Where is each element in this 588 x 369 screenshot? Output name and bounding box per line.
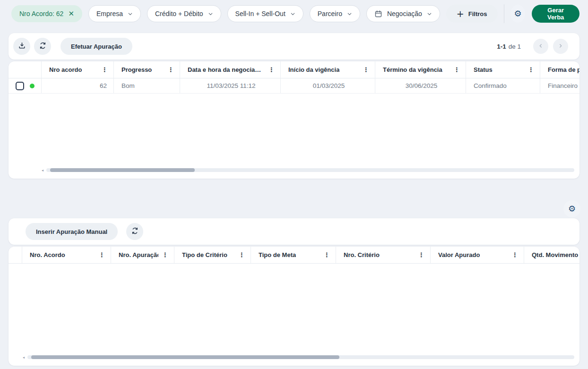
leading-spacer-cell xyxy=(9,247,22,263)
column-header-forma-pagamento[interactable]: Forma de p xyxy=(540,61,579,78)
pagination-range: 1-1 xyxy=(497,43,506,50)
agreements-grid: Nro acordo ⋮ Progresso ⋮ Data e hora da … xyxy=(9,61,579,179)
cell-data-hora: 11/03/2025 11:12 xyxy=(180,78,281,93)
column-header-tipo-meta[interactable]: Tipo de Meta ⋮ xyxy=(251,247,336,263)
column-header-nro-criterio[interactable]: Nro. Critério ⋮ xyxy=(336,247,431,263)
dropdown-label: Crédito + Débito xyxy=(155,10,203,17)
scrollbar-thumb[interactable] xyxy=(31,355,339,359)
scrollbar-track[interactable] xyxy=(46,168,574,172)
filter-dropdown-empresa[interactable]: Empresa xyxy=(88,5,141,22)
column-menu-icon[interactable]: ⋮ xyxy=(415,252,424,258)
apuracoes-settings-row: ⚙ xyxy=(0,200,580,217)
filter-dropdown-parceiro[interactable]: Parceiro xyxy=(310,5,360,22)
column-header-nro-apuracao[interactable]: Nro. Apuração ⋮ xyxy=(111,247,174,263)
scrollbar-track[interactable] xyxy=(27,355,574,359)
chevron-down-icon xyxy=(128,11,133,17)
chevron-left-icon xyxy=(538,43,544,50)
column-menu-icon[interactable]: ⋮ xyxy=(235,252,245,258)
column-header-qtd-movimento[interactable]: Qtd. Movimento xyxy=(524,247,579,263)
horizontal-scrollbar: ◂ xyxy=(9,167,574,173)
pagination-of: de 1 xyxy=(509,43,521,50)
vertical-divider xyxy=(504,4,504,23)
column-header-valor-apurado[interactable]: Valor Apurado ⋮ xyxy=(431,247,524,263)
next-page-button[interactable] xyxy=(553,39,568,54)
chevron-right-icon xyxy=(558,43,563,50)
column-menu-icon[interactable]: ⋮ xyxy=(164,67,174,73)
filter-dropdown-negociacao[interactable]: Negociação xyxy=(366,5,440,22)
column-header-status[interactable]: Status ⋮ xyxy=(466,61,540,78)
gerar-verba-button[interactable]: Gerar Verba xyxy=(532,5,579,23)
download-button[interactable] xyxy=(13,38,30,55)
filter-dropdown-sellin-sellout[interactable]: Sell-In + Sell-Out xyxy=(227,5,303,22)
scrollbar-thumb[interactable] xyxy=(50,168,195,172)
refresh-button[interactable] xyxy=(126,223,143,240)
column-header-data-hora[interactable]: Data e hora da negocia… ⋮ xyxy=(180,61,281,78)
filter-bar: Nro Acordo: 62 ✕ Empresa Crédito + Débit… xyxy=(0,0,588,27)
column-header-inicio-vigencia[interactable]: Início da vigência ⋮ xyxy=(281,61,375,78)
column-header-termino-vigencia[interactable]: Término da vigência ⋮ xyxy=(375,61,466,78)
gear-icon: ⚙ xyxy=(568,205,576,213)
horizontal-scrollbar: ◂ xyxy=(9,354,574,360)
column-header-nro-acordo[interactable]: Nro acordo ⋮ xyxy=(42,61,114,78)
refresh-icon xyxy=(131,227,139,236)
active-filter-chip-nro-acordo[interactable]: Nro Acordo: 62 ✕ xyxy=(11,5,82,22)
chevron-down-icon xyxy=(347,11,352,17)
inserir-apuracao-manual-button[interactable]: Inserir Apuração Manual xyxy=(26,223,118,240)
agreements-toolbar: Efetuar Apuração 1-1 de 1 xyxy=(9,33,579,60)
column-menu-icon[interactable]: ⋮ xyxy=(320,252,330,258)
add-filters-button[interactable]: + Filtros xyxy=(446,5,498,23)
cell-termino-vigencia: 30/06/2025 xyxy=(375,78,466,93)
refresh-icon xyxy=(39,42,47,51)
column-menu-icon[interactable]: ⋮ xyxy=(265,67,275,73)
cell-forma-pagamento: Financeiro xyxy=(540,78,579,93)
scroll-left-icon[interactable]: ◂ xyxy=(23,355,27,360)
agreements-header-row: Nro acordo ⋮ Progresso ⋮ Data e hora da … xyxy=(9,61,579,78)
chevron-down-icon xyxy=(427,11,432,17)
row-checkbox[interactable] xyxy=(16,82,24,90)
download-icon xyxy=(18,42,26,51)
status-dot xyxy=(30,84,35,88)
filter-bar-actions: + Filtros ⚙ Gerar Verba xyxy=(446,4,579,23)
cell-status: Confirmado xyxy=(466,78,540,93)
dropdown-label: Parceiro xyxy=(318,10,342,17)
dropdown-label: Sell-In + Sell-Out xyxy=(235,10,285,17)
grid-empty-space xyxy=(9,94,579,167)
plus-icon: + xyxy=(457,9,464,18)
select-all-header-cell xyxy=(9,61,42,78)
table-row[interactable]: 62 Bom 11/03/2025 11:12 01/03/2025 30/06… xyxy=(9,78,579,94)
refresh-button[interactable] xyxy=(34,38,51,55)
chevron-down-icon xyxy=(290,11,295,17)
cell-progresso: Bom xyxy=(114,78,180,93)
active-filter-label: Nro Acordo: 62 xyxy=(19,10,63,17)
column-menu-icon[interactable]: ⋮ xyxy=(95,252,105,258)
column-menu-icon[interactable]: ⋮ xyxy=(450,67,460,73)
efetuar-apuracao-button[interactable]: Efetuar Apuração xyxy=(61,38,132,55)
calendar-icon xyxy=(374,10,382,18)
column-menu-icon[interactable]: ⋮ xyxy=(98,67,108,73)
column-menu-icon[interactable]: ⋮ xyxy=(359,67,369,73)
apuracoes-header-row: Nro. Acordo ⋮ Nro. Apuração ⋮ Tipo de Cr… xyxy=(9,247,579,264)
apuracoes-toolbar: Inserir Apuração Manual xyxy=(9,218,579,245)
apuracoes-grid: Nro. Acordo ⋮ Nro. Apuração ⋮ Tipo de Cr… xyxy=(9,247,579,366)
settings-button[interactable]: ⚙ xyxy=(510,5,525,23)
grid-empty-space xyxy=(9,264,579,354)
column-header-tipo-criterio[interactable]: Tipo de Critério ⋮ xyxy=(174,247,251,263)
chevron-down-icon xyxy=(208,11,213,17)
scroll-left-icon[interactable]: ◂ xyxy=(42,168,46,172)
gear-icon: ⚙ xyxy=(514,9,522,18)
filters-button-label: Filtros xyxy=(468,10,487,17)
filter-dropdown-credito-debito[interactable]: Crédito + Débito xyxy=(147,5,221,22)
column-menu-icon[interactable]: ⋮ xyxy=(524,67,534,73)
row-select-cell xyxy=(9,78,42,93)
column-header-progresso[interactable]: Progresso ⋮ xyxy=(114,61,180,78)
pagination: 1-1 de 1 xyxy=(497,39,568,54)
column-menu-icon[interactable]: ⋮ xyxy=(508,252,518,258)
close-icon[interactable]: ✕ xyxy=(68,10,74,17)
grid-settings-button[interactable]: ⚙ xyxy=(563,200,580,217)
dropdown-label: Negociação xyxy=(387,10,422,17)
column-menu-icon[interactable]: ⋮ xyxy=(158,252,168,258)
column-header-nro-acordo[interactable]: Nro. Acordo ⋮ xyxy=(22,247,111,263)
cell-nro-acordo: 62 xyxy=(42,78,114,93)
cell-inicio-vigencia: 01/03/2025 xyxy=(281,78,375,93)
prev-page-button[interactable] xyxy=(533,39,548,54)
